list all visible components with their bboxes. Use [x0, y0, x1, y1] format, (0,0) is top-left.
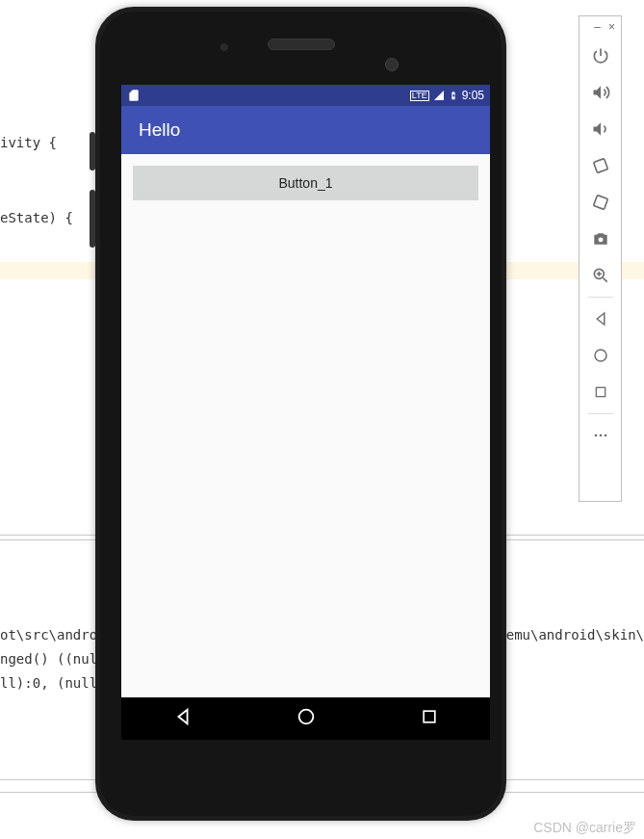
camera-icon — [591, 229, 610, 249]
watermark: CSDN @carrie罗 — [533, 820, 636, 837]
battery-icon — [449, 89, 458, 102]
nav-home-button[interactable] — [296, 706, 317, 731]
circle-home-icon — [296, 706, 317, 727]
svg-rect-3 — [593, 196, 607, 210]
overview-button[interactable] — [580, 374, 621, 410]
emulator-toolbar: – × — [579, 15, 622, 502]
front-camera — [220, 43, 228, 51]
triangle-back-icon — [592, 310, 609, 328]
zoom-icon — [591, 266, 610, 285]
volume-up-button[interactable] — [580, 74, 621, 111]
svg-rect-10 — [596, 387, 605, 396]
svg-point-4 — [598, 237, 604, 243]
svg-rect-1 — [424, 711, 435, 722]
rotate-right-icon — [591, 193, 610, 212]
more-button[interactable] — [580, 417, 621, 454]
code-line: eState) { — [0, 210, 73, 225]
button-1[interactable]: Button_1 — [133, 166, 478, 200]
svg-point-0 — [299, 710, 314, 724]
screenshot-button[interactable] — [580, 221, 621, 257]
network-lte-badge: LTE — [410, 91, 429, 101]
code-line: -emu\android\skin\ — [498, 627, 644, 642]
svg-rect-2 — [593, 159, 607, 173]
close-button[interactable]: × — [608, 20, 615, 34]
square-overview-icon — [593, 384, 608, 400]
svg-line-6 — [603, 278, 606, 282]
nav-back-button[interactable] — [172, 706, 193, 731]
app-title: Hello — [139, 119, 180, 141]
minimize-button[interactable]: – — [594, 20, 601, 34]
proximity-sensor — [385, 58, 399, 71]
svg-point-12 — [599, 434, 602, 437]
power-icon — [591, 46, 610, 66]
status-bar: LTE 9:05 — [121, 85, 490, 106]
rotate-left-button[interactable] — [580, 147, 621, 184]
volume-down-button[interactable] — [580, 111, 621, 147]
speaker-grille — [268, 39, 335, 50]
circle-home-icon — [592, 347, 609, 364]
app-bar: Hello — [121, 106, 490, 154]
triangle-back-icon — [172, 706, 193, 727]
phone-device-frame: LTE 9:05 Hello Button_1 — [95, 7, 506, 821]
square-overview-icon — [420, 707, 439, 726]
app-content: Button_1 — [121, 154, 490, 212]
rotate-left-icon — [591, 156, 610, 175]
zoom-button[interactable] — [580, 257, 621, 294]
volume-up-icon — [591, 83, 610, 102]
more-icon — [591, 426, 610, 445]
svg-point-11 — [594, 434, 597, 437]
back-button[interactable] — [580, 301, 621, 337]
code-line: ll):0, (null) — [0, 675, 106, 691]
volume-down-icon — [591, 119, 610, 139]
phone-screen: LTE 9:05 Hello Button_1 — [121, 85, 490, 740]
power-button[interactable] — [580, 38, 621, 74]
nav-overview-button[interactable] — [420, 707, 439, 730]
navigation-bar — [121, 697, 490, 740]
clock: 9:05 — [462, 89, 484, 102]
home-button[interactable] — [580, 337, 621, 374]
code-line: nged() ((nul — [0, 651, 97, 667]
side-button — [90, 132, 95, 170]
rotate-right-button[interactable] — [580, 184, 621, 221]
side-button — [90, 190, 95, 248]
code-line: ivity { — [0, 135, 57, 150]
svg-point-9 — [595, 350, 606, 361]
signal-icon — [433, 90, 445, 101]
code-line: ot\src\androi — [0, 627, 106, 642]
svg-point-13 — [604, 434, 606, 437]
sd-card-icon — [127, 89, 141, 102]
emulator-titlebar: – × — [580, 16, 621, 38]
